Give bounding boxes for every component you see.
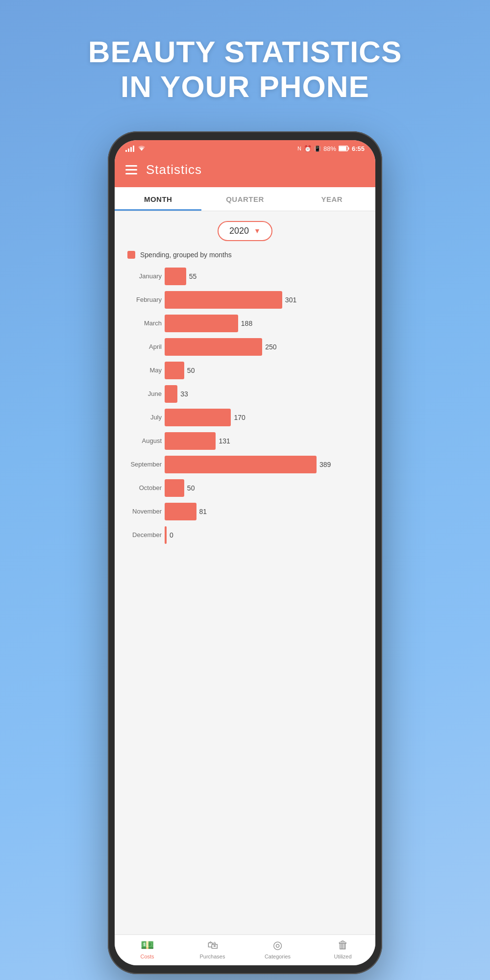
phone-shell: N ⏰ 📳 88% 6:55 [108,131,382,974]
status-left [125,145,146,152]
bar-label-september: September [122,461,162,468]
nav-label-categories: Categories [265,954,291,959]
tabs-bar: MONTH QUARTER YEAR [115,187,375,211]
nav-icon-categories: ◎ [273,939,282,952]
bar-row: November 81 [122,503,368,520]
nav-item-costs[interactable]: 💵 Costs [115,939,180,959]
svg-rect-2 [339,147,346,150]
tab-quarter[interactable]: QUARTER [201,187,288,211]
bar-chart: January 55 February 301 March 188 April … [122,268,368,544]
bar-container: 131 [165,432,368,450]
tab-year[interactable]: YEAR [289,187,375,211]
bottom-nav: 💵 Costs 🛍 Purchases ◎ Categories 🗑 Utili… [115,934,375,965]
bar-container: 50 [165,479,368,497]
bar-label-january: January [122,272,162,280]
menu-button[interactable] [125,165,137,174]
bar-row: January 55 [122,268,368,285]
app-header: Statistics [115,155,375,187]
svg-rect-1 [348,147,349,150]
chart-legend: Spending, grouped by months [122,251,368,259]
bar-row: August 131 [122,432,368,450]
bar-fill [165,432,216,450]
bar-label-february: February [122,296,162,303]
bar-container: 50 [165,362,368,379]
vibrate-icon: 📳 [314,146,321,152]
bar-label-march: March [122,319,162,327]
bar-label-august: August [122,437,162,444]
bar-label-october: October [122,484,162,491]
bar-fill [165,503,196,520]
bar-value: 250 [265,343,276,351]
nav-item-categories[interactable]: ◎ Categories [245,939,310,959]
bar-value: 170 [234,414,245,421]
bar-fill [165,315,238,332]
bar-row: April 250 [122,338,368,356]
bar-value: 33 [180,390,188,398]
nav-label-costs: Costs [140,954,154,959]
bar-value: 50 [187,484,195,492]
bar-container: 170 [165,409,368,426]
bar-fill [165,291,282,309]
legend-label: Spending, grouped by months [140,251,232,259]
bar-label-november: November [122,508,162,515]
bar-row: December 0 [122,526,368,544]
dropdown-arrow-icon: ▼ [254,227,261,235]
nfc-icon: N [297,146,301,151]
hero-title: BEAUTY STATISTICS IN YOUR PHONE [88,34,402,104]
nav-item-purchases[interactable]: 🛍 Purchases [180,939,245,959]
bar-row: May 50 [122,362,368,379]
app-title: Statistics [146,162,202,177]
bar-fill [165,268,186,285]
nav-item-utilized[interactable]: 🗑 Utilized [310,939,375,959]
bar-container: 33 [165,385,368,403]
bar-fill [165,409,231,426]
bar-value: 389 [319,461,331,468]
nav-label-utilized: Utilized [334,954,351,959]
bar-container: 55 [165,268,368,285]
bar-container: 0 [165,526,368,544]
year-value: 2020 [229,226,249,236]
bar-container: 389 [165,456,368,473]
tab-month[interactable]: MONTH [115,187,201,211]
wifi-icon [137,146,146,152]
bar-container: 188 [165,315,368,332]
bar-label-june: June [122,390,162,397]
nav-icon-costs: 💵 [141,939,154,952]
legend-color-swatch [127,251,135,259]
phone-device: N ⏰ 📳 88% 6:55 [108,131,382,974]
nav-label-purchases: Purchases [200,954,225,959]
phone-screen: N ⏰ 📳 88% 6:55 [115,140,375,965]
bar-fill [165,479,184,497]
bar-row: March 188 [122,315,368,332]
bar-row: February 301 [122,291,368,309]
signal-icon [125,145,134,152]
bar-fill [165,385,177,403]
bar-row: October 50 [122,479,368,497]
bar-value: 0 [170,531,173,539]
year-selector-wrap: 2020 ▼ [122,221,368,241]
bar-value: 81 [199,508,207,515]
year-selector[interactable]: 2020 ▼ [218,221,272,241]
nav-icon-utilized: 🗑 [338,939,348,952]
bar-value: 301 [285,296,296,304]
bar-fill [165,526,167,544]
bar-label-may: May [122,367,162,374]
bar-fill [165,338,262,356]
bar-container: 301 [165,291,368,309]
bar-row: September 389 [122,456,368,473]
alarm-icon: ⏰ [304,145,312,152]
nav-icon-purchases: 🛍 [207,939,218,952]
bar-value: 50 [187,367,195,374]
bar-value: 188 [241,319,252,327]
bar-container: 250 [165,338,368,356]
bar-row: June 33 [122,385,368,403]
bar-fill [165,456,317,473]
bar-row: July 170 [122,409,368,426]
bar-label-july: July [122,414,162,421]
bar-value: 131 [219,437,230,445]
bar-label-april: April [122,343,162,350]
battery-percent: 88% [323,145,336,152]
bar-fill [165,362,184,379]
status-bar: N ⏰ 📳 88% 6:55 [115,140,375,155]
battery-icon [339,146,349,151]
